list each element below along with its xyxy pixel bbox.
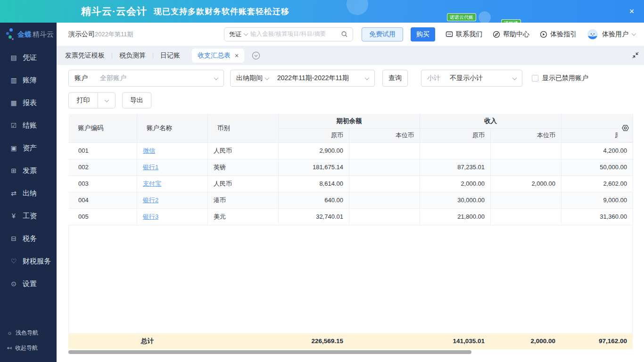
chevron-down-icon — [632, 31, 636, 36]
search-input[interactable]: 输入金额/核算项目/科目/摘要 — [250, 30, 338, 38]
voucher-icon: ▤ — [10, 54, 17, 61]
ledger-icon: ▥ — [10, 76, 17, 84]
light-nav-toggle[interactable]: ☼ 浅色导航 — [0, 325, 57, 340]
filter-row: 账户 全部账户 出纳期间 2022年11期-2022年11期 查询 小计 不显示… — [68, 70, 633, 87]
chevron-down-icon — [512, 75, 517, 80]
company-name[interactable]: 演示公司 — [68, 30, 95, 39]
period-range-value[interactable]: 2022年11期-2022年11期 — [277, 74, 363, 82]
avatar — [587, 29, 598, 40]
chevron-down-icon — [265, 75, 270, 80]
subheader-original-currency: 原币 — [420, 128, 491, 142]
global-search[interactable]: 凭证 输入金额/核算项目/科目/摘要 — [224, 27, 353, 41]
play-icon — [540, 31, 547, 38]
scrollbar-thumb[interactable] — [68, 350, 471, 354]
tab-invoice-voucher-template[interactable]: 发票凭证模板 — [58, 51, 112, 60]
accounting-period: 2022年第11期 — [95, 30, 133, 39]
sidebar-item-report[interactable]: ▦ 报表 — [0, 91, 57, 114]
toolbar-row: 打印 导出 — [68, 92, 633, 108]
table-row: 003 支付宝 人民币 8,614.00 2,000.00 2,000.00 2… — [69, 175, 633, 192]
checkbox-icon[interactable] — [532, 75, 538, 82]
account-link[interactable]: 微信 — [143, 147, 155, 154]
col-header-account-name: 账户名称 — [137, 114, 208, 142]
banner-subtitle: 现已支持多款财务软件账套轻松迁移 — [154, 6, 289, 17]
print-options-icon[interactable] — [98, 93, 115, 108]
user-name: 体验用户 — [602, 30, 628, 39]
sidebar-item-fiscal-service[interactable]: ♡ 财税服务 — [0, 250, 57, 272]
sidebar-item-tax[interactable]: ⊟ 税务 — [0, 227, 57, 250]
buy-button[interactable]: 购买 — [411, 27, 435, 41]
account-link[interactable]: 银行1 — [143, 164, 158, 171]
query-button[interactable]: 查询 — [382, 70, 408, 87]
sidebar-item-invoice[interactable]: ⊞ 发票 — [0, 159, 57, 182]
search-category-select[interactable]: 凭证 — [229, 30, 241, 39]
print-button[interactable]: 打印 — [69, 93, 98, 108]
summary-table: 账户编码 账户名称 币别 期初余额 收入 原币 本位币 原币 本位币 原币 — [68, 114, 633, 354]
compass-icon — [493, 31, 500, 38]
collapse-icon: ↤ — [7, 345, 12, 351]
table-empty-area — [68, 225, 633, 333]
col-header-currency: 币别 — [208, 114, 279, 142]
tab-list-dropdown-icon[interactable] — [252, 51, 260, 60]
tabbar: 发票凭证模板 税负测算 日记账 收支汇总表 × — [57, 46, 644, 65]
tab-tax-calc[interactable]: 税负测算 — [112, 51, 153, 60]
account-link[interactable]: 支付宝 — [143, 180, 161, 187]
sidebar-item-voucher[interactable]: ▤ 凭证 — [0, 46, 57, 69]
banner-title: 精斗云·云会计 — [81, 5, 147, 18]
horizontal-scrollbar[interactable] — [68, 350, 633, 354]
collapse-nav-button[interactable]: ↤ 收起导航 — [0, 340, 57, 355]
banner-decor-circle — [347, 0, 368, 15]
chevron-down-icon — [244, 31, 248, 36]
account-select[interactable]: 账户 全部账户 — [68, 70, 224, 87]
tax-icon: ⊟ — [10, 235, 17, 242]
free-trial-button[interactable]: 免费试用 — [362, 27, 403, 41]
print-split-button[interactable]: 打印 — [68, 92, 116, 108]
fiscal-service-icon: ♡ — [10, 257, 17, 265]
group-header-income: 收入 — [420, 114, 561, 128]
search-icon[interactable] — [341, 31, 348, 38]
sun-icon: ☼ — [7, 329, 12, 336]
period-select[interactable]: 出纳期间 2022年11期-2022年11期 — [230, 70, 375, 87]
sidebar-item-asset[interactable]: ▣ 资产 — [0, 137, 57, 159]
total-label: 总计 — [68, 333, 207, 349]
help-center-button[interactable]: 帮助中心 — [493, 30, 529, 39]
banner-badge: 诺诺云代账 — [447, 13, 476, 21]
account-link[interactable]: 银行3 — [143, 213, 158, 220]
closing-icon: ☑ — [10, 122, 17, 129]
collapse-view-icon[interactable] — [632, 51, 639, 59]
chevron-down-icon — [214, 75, 219, 80]
subtotal-select[interactable]: 小计 不显示小计 — [421, 70, 522, 87]
settings-icon: ⊙ — [10, 280, 17, 288]
sidebar-item-cashier[interactable]: ⇄ 出纳 — [0, 182, 57, 205]
table-row: 004 银行2 港币 640.00 30,000.00 9,000.00 — [69, 192, 633, 208]
sidebar-item-closing[interactable]: ☑ 结账 — [0, 114, 57, 137]
brand-logo-icon — [6, 28, 14, 41]
subheader-base-currency: 本位币 — [491, 128, 561, 142]
contact-us-button[interactable]: 联系我们 — [446, 30, 482, 39]
gear-icon — [621, 123, 630, 132]
show-disabled-accounts-checkbox[interactable]: 显示已禁用账户 — [532, 74, 588, 82]
banner-close-icon[interactable]: × — [626, 6, 637, 17]
total-row: 总计 226,569.15 141,035.01 2,000.00 97,162… — [68, 333, 633, 349]
export-button[interactable]: 导出 — [122, 92, 151, 108]
table-row: 001 微信 人民币 2,900.00 4,200.00 — [69, 142, 633, 159]
cashier-icon: ⇄ — [10, 189, 17, 197]
account-link[interactable]: 银行2 — [143, 197, 158, 204]
experience-guide-button[interactable]: 体验指引 — [540, 30, 577, 39]
sidebar-item-salary[interactable]: ¥ 工资 — [0, 205, 57, 227]
brand-logo[interactable]: 金蝶精斗云 — [0, 23, 57, 46]
report-icon: ▦ — [10, 99, 17, 107]
promo-banner: 精斗云·云会计 现已支持多款财务软件账套轻松迁移 诺诺云代账 诺账通 × — [0, 0, 644, 23]
sidebar-item-settings[interactable]: ⊙ 设置 — [0, 272, 57, 295]
sidebar-item-ledger[interactable]: ▥ 账簿 — [0, 69, 57, 91]
main-panel: 演示公司 2022年第11期 凭证 输入金额/核算项目/科目/摘要 免费试用 购… — [57, 23, 644, 362]
group-header-opening-balance: 期初余额 — [279, 114, 420, 128]
tab-income-expense-summary[interactable]: 收支汇总表 × — [192, 49, 244, 63]
col-header-account-code: 账户编码 — [69, 114, 137, 142]
column-settings-button[interactable] — [618, 114, 633, 142]
tab-close-icon[interactable]: × — [235, 52, 239, 59]
subheader-base-currency: 本位币 — [349, 128, 420, 142]
tab-journal[interactable]: 日记账 — [153, 51, 187, 60]
user-menu[interactable]: 体验用户 — [587, 29, 636, 40]
chat-icon — [446, 31, 453, 38]
brand-name: 金蝶 — [17, 30, 32, 38]
